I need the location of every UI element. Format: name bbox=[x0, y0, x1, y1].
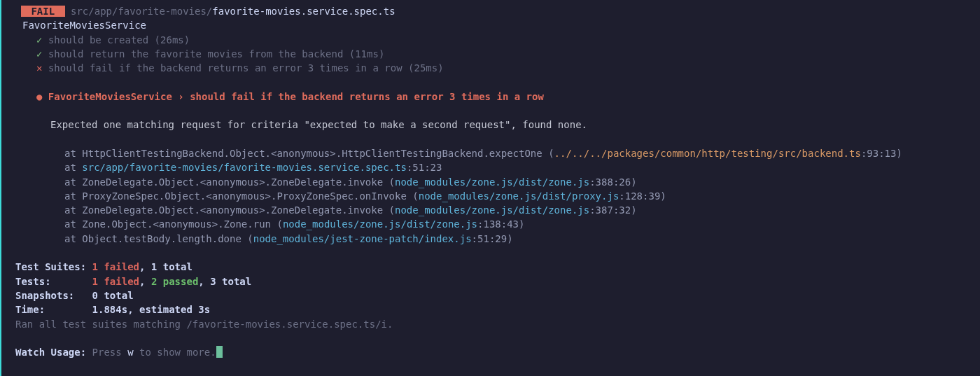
file-path-dir: src/app/favorite-movies/ bbox=[65, 6, 213, 17]
summary-total: , 3 total bbox=[198, 276, 251, 287]
blank-line bbox=[1, 132, 980, 146]
watch-key: w bbox=[127, 347, 133, 358]
stack-pre: at ProxyZoneSpec.Object.<anonymous>.Prox… bbox=[64, 190, 419, 202]
cursor-icon bbox=[216, 346, 223, 358]
stack-pre: at HttpClientTestingBackend.Object.<anon… bbox=[64, 148, 554, 159]
summary-value: 1.884s, estimated 3s bbox=[92, 304, 211, 315]
stack-link: node_modules/zone.js/dist/proxy.js bbox=[419, 190, 620, 202]
stack-link: ../../../packages/common/http/testing/sr… bbox=[554, 148, 861, 159]
stack-pre: at Zone.Object.<anonymous>.Zone.run ( bbox=[64, 218, 283, 230]
ran-pattern: /favorite-movies.service.spec.ts/i bbox=[186, 319, 387, 330]
stack-frame: at Object.testBody.length.done (node_mod… bbox=[1, 232, 980, 246]
suite-name: FavoriteMoviesService bbox=[1, 18, 980, 32]
test-result-row: ✓ should be created (26ms) bbox=[1, 33, 980, 47]
stack-link: src/app/favorite-movies/favorite-movies.… bbox=[82, 162, 407, 173]
blank-line bbox=[1, 246, 980, 260]
summary-tests: Tests: 1 failed, 2 passed, 3 total bbox=[1, 274, 980, 288]
summary-failed: 1 failed bbox=[92, 276, 139, 287]
stack-pre: at ZoneDelegate.Object.<anonymous>.ZoneD… bbox=[64, 204, 395, 216]
test-time: (26ms) bbox=[155, 34, 190, 46]
watch-prefix: Press bbox=[86, 347, 127, 358]
stack-loc: :128:39) bbox=[619, 190, 666, 202]
stack-loc: :387:32) bbox=[589, 204, 636, 216]
summary-label: Time: bbox=[15, 304, 92, 315]
test-result-row: ✕ should fail if the backend returns an … bbox=[1, 61, 980, 75]
stack-link: node_modules/zone.js/dist/zone.js bbox=[395, 176, 589, 188]
stack-frame: at ProxyZoneSpec.Object.<anonymous>.Prox… bbox=[1, 189, 980, 203]
file-path-name: favorite-movies.service.spec.ts bbox=[212, 6, 395, 17]
summary-label: Tests: bbox=[15, 276, 92, 287]
fail-header-line: FAIL src/app/favorite-movies/favorite-mo… bbox=[1, 4, 980, 18]
summary-time: Time: 1.884s, estimated 3s bbox=[1, 302, 980, 316]
stack-link: node_modules/zone.js/dist/zone.js bbox=[283, 218, 477, 230]
failure-title: FavoriteMoviesService › should fail if t… bbox=[42, 91, 543, 102]
test-name: should return the favorite movies from t… bbox=[48, 48, 343, 60]
summary-passed: 2 passed bbox=[151, 276, 198, 287]
fail-badge: FAIL bbox=[21, 6, 65, 17]
test-name: should fail if the backend returns an er… bbox=[48, 62, 402, 74]
summary-failed: 1 failed bbox=[92, 261, 139, 272]
blank-line bbox=[1, 331, 980, 345]
watch-label: Watch Usage: bbox=[15, 347, 86, 358]
summary-test-suites: Test Suites: 1 failed, 1 total bbox=[1, 260, 980, 274]
summary-total: , 1 total bbox=[139, 261, 192, 272]
stack-link: node_modules/jest-zone-patch/index.js bbox=[253, 233, 472, 244]
stack-loc: :388:26) bbox=[589, 176, 636, 188]
ran-suites-line: Ran all test suites matching /favorite-m… bbox=[1, 317, 980, 331]
test-time: (11ms) bbox=[349, 48, 385, 60]
test-name bbox=[42, 34, 48, 46]
blank-line bbox=[1, 104, 980, 118]
stack-pre: at bbox=[64, 162, 82, 173]
ran-suffix: . bbox=[387, 319, 393, 330]
stack-loc: :93:13) bbox=[861, 148, 902, 159]
stack-pre: at ZoneDelegate.Object.<anonymous>.ZoneD… bbox=[64, 176, 395, 188]
terminal-output[interactable]: FAIL src/app/favorite-movies/favorite-mo… bbox=[0, 0, 980, 376]
failure-title-line: ● FavoriteMoviesService › should fail if… bbox=[1, 90, 980, 104]
stack-frame: at ZoneDelegate.Object.<anonymous>.ZoneD… bbox=[1, 203, 980, 217]
stack-loc: :138:43) bbox=[477, 218, 524, 230]
summary-label: Snapshots: bbox=[15, 290, 92, 301]
watch-suffix: to show more. bbox=[134, 347, 216, 358]
failure-message: Expected one matching request for criter… bbox=[1, 118, 980, 132]
stack-pre: at Object.testBody.length.done ( bbox=[64, 233, 253, 244]
summary-snapshots: Snapshots: 0 total bbox=[1, 288, 980, 302]
stack-loc: :51:23 bbox=[407, 162, 442, 173]
test-result-row: ✓ should return the favorite movies from… bbox=[1, 47, 980, 61]
summary-label: Test Suites: bbox=[15, 261, 92, 272]
stack-frame: at HttpClientTestingBackend.Object.<anon… bbox=[1, 146, 980, 160]
ran-prefix: Ran all test suites matching bbox=[15, 319, 186, 330]
stack-frame: at ZoneDelegate.Object.<anonymous>.ZoneD… bbox=[1, 175, 980, 189]
test-time: (25ms) bbox=[408, 62, 444, 74]
stack-frame: at Zone.Object.<anonymous>.Zone.run (nod… bbox=[1, 217, 980, 231]
stack-frame: at src/app/favorite-movies/favorite-movi… bbox=[1, 160, 980, 174]
stack-loc: :51:29) bbox=[472, 233, 513, 244]
watch-usage-line[interactable]: Watch Usage: Press w to show more. bbox=[1, 345, 980, 359]
blank-line bbox=[1, 75, 980, 89]
stack-link: node_modules/zone.js/dist/zone.js bbox=[395, 204, 589, 216]
summary-value: 0 total bbox=[92, 290, 134, 301]
